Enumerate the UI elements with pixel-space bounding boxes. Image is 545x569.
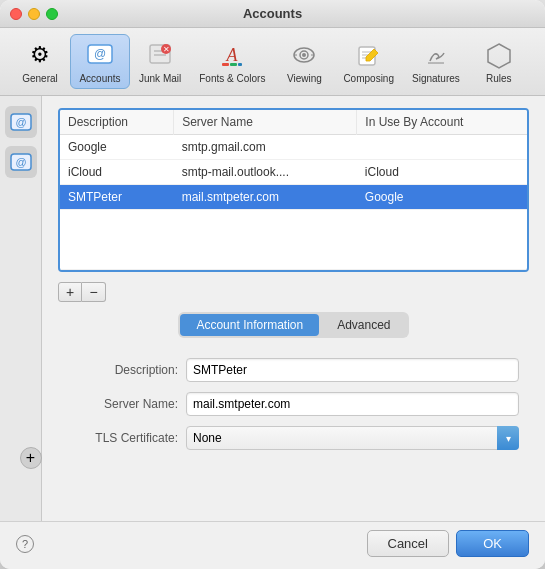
toolbar-item-viewing[interactable]: Viewing (274, 34, 334, 89)
close-button[interactable] (10, 8, 22, 20)
toolbar-label-fonts-colors: Fonts & Colors (199, 73, 265, 84)
content-area: Description Server Name In Use By Accoun… (42, 96, 545, 521)
smtp-table-container: Description Server Name In Use By Accoun… (58, 108, 529, 272)
cell-in-use (357, 135, 527, 160)
toolbar-item-fonts-colors[interactable]: A Fonts & Colors (190, 34, 274, 89)
svg-text:@: @ (15, 116, 26, 128)
smtp-table: Description Server Name In Use By Accoun… (60, 110, 527, 270)
sidebar-account-1[interactable]: @ (5, 106, 37, 138)
form-section: Description: Server Name: TLS Certificat… (58, 352, 529, 456)
cell-in-use: Google (357, 185, 527, 210)
cell-server: smtp.gmail.com (174, 135, 357, 160)
toolbar-item-general[interactable]: ⚙ General (10, 34, 70, 89)
sidebar: @ @ + (0, 96, 42, 521)
svg-marker-21 (488, 44, 510, 68)
viewing-icon (288, 39, 320, 71)
svg-text:A: A (226, 45, 239, 65)
table-controls: + − (58, 282, 529, 302)
tls-label: TLS Certificate: (68, 431, 178, 445)
toolbar-label-rules: Rules (486, 73, 512, 84)
sidebar-account-2[interactable]: @ (5, 146, 37, 178)
maximize-button[interactable] (46, 8, 58, 20)
cell-in-use: iCloud (357, 160, 527, 185)
tls-select-wrapper: None Required ▾ (186, 426, 519, 450)
cell-server: mail.smtpeter.com (174, 185, 357, 210)
tab-account-information[interactable]: Account Information (180, 314, 319, 336)
toolbar-item-signatures[interactable]: Signatures (403, 34, 469, 89)
accounts-icon: @ (84, 39, 116, 71)
toolbar-item-rules[interactable]: Rules (469, 34, 529, 89)
server-input[interactable] (186, 392, 519, 416)
toolbar-label-viewing: Viewing (287, 73, 322, 84)
main-window: Accounts ⚙ General @ Accounts (0, 0, 545, 569)
svg-rect-9 (230, 63, 237, 66)
cell-description: iCloud (60, 160, 174, 185)
tab-group: Account Information Advanced (178, 312, 408, 338)
table-row[interactable]: Google smtp.gmail.com (60, 135, 527, 160)
col-header-in-use: In Use By Account (357, 110, 527, 135)
toolbar-item-accounts[interactable]: @ Accounts (70, 34, 130, 89)
fonts-colors-icon: A (216, 39, 248, 71)
toolbar-label-composing: Composing (343, 73, 394, 84)
col-header-description: Description (60, 110, 174, 135)
junk-mail-icon: ✕ (144, 39, 176, 71)
traffic-lights (10, 8, 58, 20)
title-bar: Accounts (0, 0, 545, 28)
toolbar-label-general: General (22, 73, 58, 84)
description-label: Description: (68, 363, 178, 377)
svg-rect-10 (238, 63, 242, 66)
server-label: Server Name: (68, 397, 178, 411)
svg-text:@: @ (15, 156, 26, 168)
composing-icon (353, 39, 385, 71)
form-row-description: Description: (68, 358, 519, 382)
cancel-button[interactable]: Cancel (367, 530, 449, 557)
window-title: Accounts (243, 6, 302, 21)
svg-rect-8 (222, 63, 229, 66)
toolbar-item-junk-mail[interactable]: ✕ Junk Mail (130, 34, 190, 89)
table-row-selected[interactable]: SMTPeter mail.smtpeter.com Google (60, 185, 527, 210)
ok-button[interactable]: OK (456, 530, 529, 557)
sidebar-add-button[interactable]: + (20, 447, 42, 469)
minimize-button[interactable] (28, 8, 40, 20)
rules-icon (483, 39, 515, 71)
table-row[interactable]: iCloud smtp-mail.outlook.... iCloud (60, 160, 527, 185)
add-smtp-button[interactable]: + (58, 282, 82, 302)
cell-server: smtp-mail.outlook.... (174, 160, 357, 185)
toolbar-item-composing[interactable]: Composing (334, 34, 403, 89)
toolbar-label-accounts: Accounts (79, 73, 120, 84)
svg-point-13 (302, 53, 306, 57)
main-content: @ @ + Description (0, 96, 545, 521)
svg-text:@: @ (94, 47, 106, 61)
general-icon: ⚙ (24, 39, 56, 71)
tls-select[interactable]: None Required (186, 426, 519, 450)
form-row-tls: TLS Certificate: None Required ▾ (68, 426, 519, 450)
cell-description: SMTPeter (60, 185, 174, 210)
form-row-server: Server Name: (68, 392, 519, 416)
toolbar: ⚙ General @ Accounts ✕ (0, 28, 545, 96)
help-button-left[interactable]: ? (16, 535, 34, 553)
signatures-icon (420, 39, 452, 71)
tab-advanced[interactable]: Advanced (321, 314, 406, 336)
svg-text:✕: ✕ (163, 45, 170, 54)
remove-smtp-button[interactable]: − (82, 282, 106, 302)
description-input[interactable] (186, 358, 519, 382)
cell-description: Google (60, 135, 174, 160)
tab-container: Account Information Advanced (58, 312, 529, 338)
toolbar-label-junk-mail: Junk Mail (139, 73, 181, 84)
toolbar-label-signatures: Signatures (412, 73, 460, 84)
col-header-server: Server Name (174, 110, 357, 135)
